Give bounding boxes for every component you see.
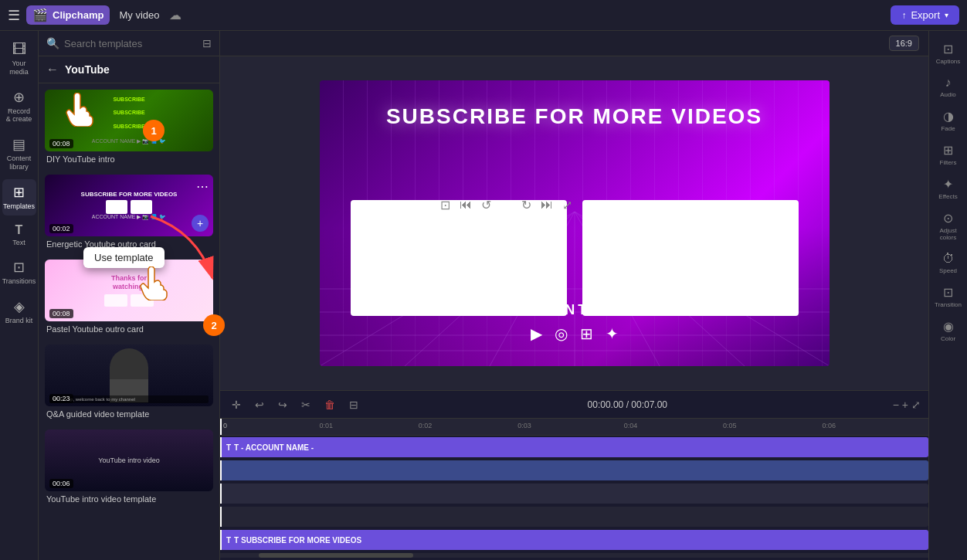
- timeline-track: [220, 460, 928, 480]
- track-clip[interactable]: [220, 460, 928, 480]
- panel-item-transition[interactable]: ⊡ Transition: [931, 280, 966, 313]
- timeline-track: [220, 507, 928, 527]
- list-item[interactable]: What's up, welcome back to my channel 00…: [45, 344, 213, 419]
- instagram-icon: ◎: [555, 324, 568, 343]
- timeline-scrollbar[interactable]: [220, 553, 928, 558]
- panel-item-label: Filters: [940, 159, 957, 166]
- sidebar-item-transitions[interactable]: ⊡ Transitions: [2, 254, 36, 290]
- filters-icon: ⊞: [943, 143, 953, 158]
- timeline-area: ✛ ↩ ↪ ✂ 🗑 ⊟ 00:00.00 / 00:07.00 − + ⤢: [220, 390, 928, 560]
- fit-button[interactable]: ⤢: [911, 399, 921, 411]
- template-thumbnail: What's up, welcome back to my channel 00…: [45, 344, 213, 406]
- account-name-text: - ACCOUNT NAME -: [484, 302, 664, 318]
- template-duration: 00:08: [49, 139, 73, 148]
- panel-item-label: Color: [941, 335, 955, 342]
- track-clip[interactable]: T T SUBSCRIBE FOR MORE VIDEOS: [220, 530, 928, 550]
- export-chevron: ▾: [945, 11, 948, 19]
- panel-item-label: Transition: [935, 301, 962, 308]
- export-button[interactable]: ↑ Export ▾: [891, 5, 959, 25]
- topbar: ☰ 🎬 Clipchamp My video ☁ ↑ Export ▾: [0, 0, 967, 31]
- transitions-icon: ⊡: [13, 259, 25, 276]
- use-template-popup[interactable]: Use template: [83, 247, 165, 268]
- zoom-controls: − + ⤢: [893, 399, 921, 411]
- template-duration: 00:23: [49, 394, 73, 403]
- preview-thumb-left: [351, 200, 567, 316]
- list-item[interactable]: ⋯ SUBSCRIBE FOR MORE VIDEOS ACCOUNT NAME…: [45, 175, 213, 249]
- panel-item-audio[interactable]: ♪ Audio: [931, 71, 966, 103]
- preview-bottom: - ACCOUNT NAME - ▶ ◎ ⊞ ✦: [484, 302, 664, 343]
- twitter-icon: ✦: [606, 324, 619, 343]
- left-rail: 🎞 Your media ⊕ Record & create ▤ Content…: [0, 31, 39, 560]
- zoom-in-button[interactable]: +: [902, 399, 908, 411]
- category-title: YouTube: [65, 63, 110, 76]
- preview-thumbnails: [351, 200, 799, 316]
- next-frame-button[interactable]: ⏭: [541, 198, 553, 212]
- cut-button[interactable]: ✂: [297, 396, 314, 413]
- sidebar-item-label: Transitions: [2, 277, 36, 286]
- youtube-header: ← YouTube: [39, 56, 219, 83]
- rewind-button[interactable]: ↺: [481, 198, 491, 212]
- effects-icon: ✦: [943, 177, 953, 192]
- sidebar-item-content-library[interactable]: ▤ Content library: [2, 131, 36, 176]
- track-clip[interactable]: T T - ACCOUNT NAME -: [220, 437, 928, 457]
- sidebar-item-record-create[interactable]: ⊕ Record & create: [2, 84, 36, 129]
- panel-item-speed[interactable]: ⏱ Speed: [931, 247, 966, 279]
- template-name: YouTube intro video template: [45, 494, 213, 504]
- sidebar-item-label: Record & create: [5, 107, 33, 124]
- right-panel: ⊡ Captions ♪ Audio ◑ Fade ⊞ Filters ✦ Ef…: [928, 31, 967, 560]
- fullscreen-button[interactable]: ⤢: [562, 198, 572, 212]
- back-arrow[interactable]: ←: [46, 63, 59, 76]
- template-thumbnail: Thanks forwatching! 00:08: [45, 260, 213, 321]
- sidebar-item-templates[interactable]: ⊞ Templates: [2, 179, 36, 216]
- template-thumbnail: YouTube intro video 00:06: [45, 429, 213, 491]
- lock-button[interactable]: ⊟: [345, 396, 362, 413]
- redo-button[interactable]: ↪: [274, 396, 291, 413]
- filter-icon[interactable]: ⊟: [202, 37, 212, 49]
- track-label: T - ACCOUNT NAME -: [234, 443, 314, 452]
- track-clip: [220, 484, 928, 504]
- preview-thumb-right: [582, 200, 799, 316]
- logo-text: Clipchamp: [53, 9, 103, 21]
- video-toolbar: 16:9: [220, 31, 928, 56]
- panel-item-label: Fade: [941, 125, 955, 132]
- export-label: Export: [911, 9, 940, 21]
- play-button[interactable]: ▶: [500, 195, 512, 214]
- panel-item-label: Speed: [939, 267, 957, 274]
- add-template-button[interactable]: +: [192, 215, 209, 232]
- aspect-ratio-button[interactable]: 16:9: [889, 36, 919, 51]
- panel-item-color[interactable]: ◉ Color: [931, 314, 966, 347]
- list-item[interactable]: YouTube intro video 00:06 YouTube intro …: [45, 429, 213, 504]
- panel-item-captions[interactable]: ⊡ Captions: [931, 37, 966, 70]
- more-options-icon[interactable]: ⋯: [196, 179, 209, 194]
- track-clip: [220, 507, 928, 527]
- template-thumbnail: SUBSCRIBE SUBSCRIBE SUBSCRIBE ACCOUNT NA…: [45, 90, 213, 151]
- timeline-track: T T - ACCOUNT NAME -: [220, 437, 928, 457]
- prev-frame-button[interactable]: ⏮: [460, 198, 472, 212]
- list-item[interactable]: SUBSCRIBE SUBSCRIBE SUBSCRIBE ACCOUNT NA…: [45, 90, 213, 164]
- timeline-toolbar: ✛ ↩ ↪ ✂ 🗑 ⊟ 00:00.00 / 00:07.00 − + ⤢: [220, 391, 928, 419]
- panel-item-fade[interactable]: ◑ Fade: [931, 104, 966, 137]
- zoom-out-button[interactable]: −: [893, 399, 899, 411]
- timeline-scrollbar-thumb[interactable]: [259, 553, 413, 558]
- timeline-ruler: 0 0:01 0:02 0:03 0:04 0:05 0:06: [220, 419, 928, 436]
- template-thumbnail: ⋯ SUBSCRIBE FOR MORE VIDEOS ACCOUNT NAME…: [45, 175, 213, 236]
- add-clip-button[interactable]: ✛: [228, 396, 245, 413]
- sidebar-item-text[interactable]: T Text: [2, 219, 36, 252]
- panel-item-filters[interactable]: ⊞ Filters: [931, 138, 966, 171]
- forward-button[interactable]: ↻: [521, 198, 531, 212]
- undo-button[interactable]: ↩: [251, 396, 268, 413]
- captions-icon: ⊡: [943, 42, 953, 56]
- panel-item-effects[interactable]: ✦ Effects: [931, 172, 966, 205]
- fullscreen-toggle[interactable]: ⊡: [440, 198, 450, 212]
- panel-item-adjust-colors[interactable]: ⊙ Adjust colors: [931, 206, 966, 246]
- sidebar-item-brand-kit[interactable]: ◈ Brand kit: [2, 294, 36, 330]
- content-icon: ▤: [12, 136, 25, 153]
- sidebar-item-your-media[interactable]: 🎞 Your media: [2, 37, 36, 81]
- search-icon: 🔍: [46, 37, 59, 49]
- video-title[interactable]: My video: [119, 9, 159, 21]
- sidebar-item-label: Your media: [5, 59, 33, 76]
- list-item[interactable]: Thanks forwatching! 00:08 Pastel Youtube…: [45, 260, 213, 334]
- menu-icon[interactable]: ☰: [8, 7, 20, 24]
- search-input[interactable]: [64, 38, 198, 49]
- delete-button[interactable]: 🗑: [321, 396, 339, 413]
